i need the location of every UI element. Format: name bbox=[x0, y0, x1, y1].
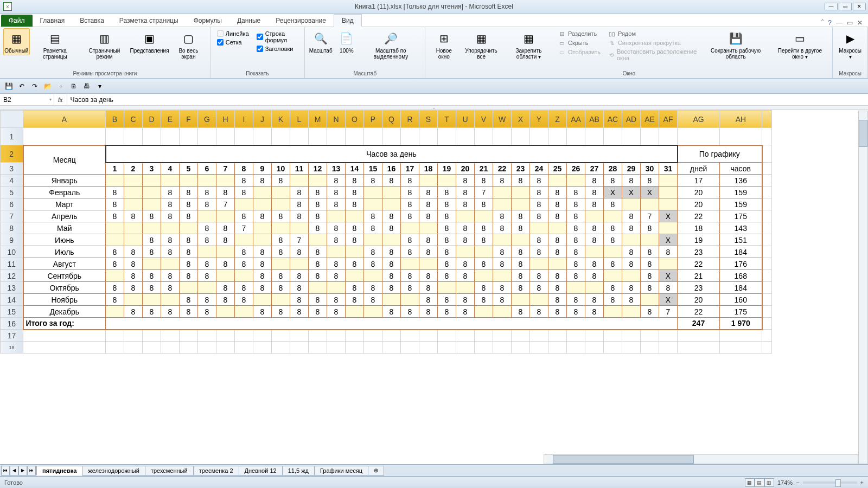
cell[interactable]: 8 bbox=[548, 198, 567, 210]
cell[interactable] bbox=[106, 318, 678, 330]
cell[interactable] bbox=[678, 342, 720, 354]
cell-day-number[interactable]: 13 bbox=[327, 163, 346, 175]
cell[interactable]: 8 bbox=[530, 234, 548, 246]
minimize-button[interactable]: — bbox=[825, 3, 838, 10]
cell[interactable] bbox=[143, 294, 161, 306]
cell[interactable]: 8 bbox=[567, 270, 585, 282]
column-header[interactable]: F bbox=[180, 111, 198, 128]
cell[interactable]: 8 bbox=[235, 187, 253, 198]
cell[interactable] bbox=[143, 187, 161, 198]
cell-day-number[interactable]: 5 bbox=[180, 163, 198, 175]
cell[interactable] bbox=[364, 128, 382, 145]
cell[interactable] bbox=[216, 330, 235, 342]
cell[interactable]: 8 bbox=[161, 210, 180, 222]
cell[interactable] bbox=[290, 258, 309, 270]
cell[interactable] bbox=[548, 128, 567, 145]
cell[interactable]: 8 bbox=[475, 294, 493, 306]
cell[interactable]: 8 bbox=[567, 258, 585, 270]
cell[interactable] bbox=[161, 330, 180, 342]
hide-button[interactable]: ▭Скрыть bbox=[556, 38, 603, 47]
cell[interactable]: 8 bbox=[512, 282, 530, 294]
ruler-checkbox[interactable]: Линейка bbox=[217, 30, 249, 37]
cell[interactable] bbox=[124, 234, 143, 246]
cell[interactable] bbox=[161, 258, 180, 270]
cell[interactable] bbox=[659, 128, 678, 145]
cell[interactable]: 8 bbox=[327, 258, 346, 270]
cell[interactable] bbox=[530, 222, 548, 234]
cell[interactable]: 8 bbox=[419, 282, 438, 294]
cell[interactable] bbox=[641, 234, 659, 246]
row-header[interactable]: 8 bbox=[1, 222, 23, 234]
cell[interactable]: 8 bbox=[512, 258, 530, 270]
cell[interactable] bbox=[216, 175, 235, 187]
cell[interactable] bbox=[161, 222, 180, 234]
cell[interactable] bbox=[364, 342, 382, 354]
cell[interactable]: 8 bbox=[198, 234, 216, 246]
cell-hours-total[interactable]: 143 bbox=[720, 222, 762, 234]
cell[interactable] bbox=[567, 342, 585, 354]
cell[interactable]: 8 bbox=[124, 306, 143, 318]
cell[interactable]: 8 bbox=[419, 234, 438, 246]
cell[interactable] bbox=[604, 210, 622, 222]
cell[interactable] bbox=[327, 330, 346, 342]
zoom-selection-button[interactable]: 🔎Масштаб по выделенному bbox=[360, 28, 422, 61]
row-header[interactable]: 10 bbox=[1, 246, 23, 258]
cell[interactable]: X bbox=[659, 270, 678, 282]
sheet-tab[interactable]: Графики месяц bbox=[314, 466, 368, 476]
cell[interactable]: 8 bbox=[641, 258, 659, 270]
cell[interactable]: 8 bbox=[290, 198, 309, 210]
cell[interactable] bbox=[659, 342, 678, 354]
cell[interactable]: 8 bbox=[364, 246, 382, 258]
select-all-corner[interactable] bbox=[1, 111, 23, 128]
cell[interactable]: 8 bbox=[216, 222, 235, 234]
cell-schedule-header[interactable]: По графику bbox=[678, 145, 762, 163]
cell[interactable]: 8 bbox=[567, 246, 585, 258]
cell[interactable] bbox=[253, 128, 272, 145]
cell[interactable]: 8 bbox=[346, 258, 364, 270]
column-header[interactable]: V bbox=[475, 111, 493, 128]
cell-days-total[interactable]: 20 bbox=[678, 187, 720, 198]
cell[interactable]: 8 bbox=[253, 210, 272, 222]
arrange-all-button[interactable]: ▦Упорядочить все bbox=[460, 28, 502, 61]
cell-days-total[interactable]: 17 bbox=[678, 175, 720, 187]
cell-hours-total[interactable]: 160 bbox=[720, 294, 762, 306]
tab-layout[interactable]: Разметка страницы bbox=[112, 15, 186, 27]
cell-hours-header[interactable]: часов bbox=[720, 163, 762, 175]
cell-days-total[interactable]: 23 bbox=[678, 282, 720, 294]
cell[interactable] bbox=[456, 246, 475, 258]
cell[interactable]: 8 bbox=[364, 282, 382, 294]
cell-day-number[interactable]: 25 bbox=[548, 163, 567, 175]
column-header[interactable]: E bbox=[161, 111, 180, 128]
cell-days-total[interactable]: 20 bbox=[678, 198, 720, 210]
cell-day-number[interactable]: 16 bbox=[382, 163, 401, 175]
cell-day-number[interactable]: 1 bbox=[106, 163, 124, 175]
cell[interactable]: 8 bbox=[641, 270, 659, 282]
cell[interactable]: 8 bbox=[327, 270, 346, 282]
cell[interactable] bbox=[382, 342, 401, 354]
cell[interactable]: 8 bbox=[438, 210, 456, 222]
column-header[interactable]: AG bbox=[678, 111, 720, 128]
cell[interactable] bbox=[106, 222, 124, 234]
cell[interactable] bbox=[106, 234, 124, 246]
status-normal-view[interactable]: ▦ bbox=[745, 478, 755, 487]
cell[interactable]: 8 bbox=[124, 270, 143, 282]
cell[interactable]: 8 bbox=[143, 234, 161, 246]
cell[interactable] bbox=[23, 342, 106, 354]
file-tab[interactable]: Файл bbox=[1, 15, 33, 27]
cell-total-days[interactable]: 247 bbox=[678, 318, 720, 330]
cell[interactable] bbox=[106, 175, 124, 187]
resetpos-button[interactable]: ⟲Восстановить расположение окна bbox=[606, 48, 700, 62]
cell[interactable] bbox=[475, 128, 493, 145]
cell-hours-total[interactable]: 168 bbox=[720, 270, 762, 282]
column-header[interactable]: AB bbox=[585, 111, 604, 128]
cell[interactable] bbox=[327, 246, 346, 258]
cell[interactable] bbox=[309, 342, 327, 354]
cell[interactable] bbox=[309, 282, 327, 294]
close-button[interactable]: ✕ bbox=[853, 3, 866, 10]
column-header[interactable]: I bbox=[235, 111, 253, 128]
cell[interactable] bbox=[253, 294, 272, 306]
cell[interactable]: 8 bbox=[327, 187, 346, 198]
cell-day-number[interactable]: 22 bbox=[493, 163, 512, 175]
cell[interactable]: 8 bbox=[456, 294, 475, 306]
cell[interactable]: 8 bbox=[604, 282, 622, 294]
